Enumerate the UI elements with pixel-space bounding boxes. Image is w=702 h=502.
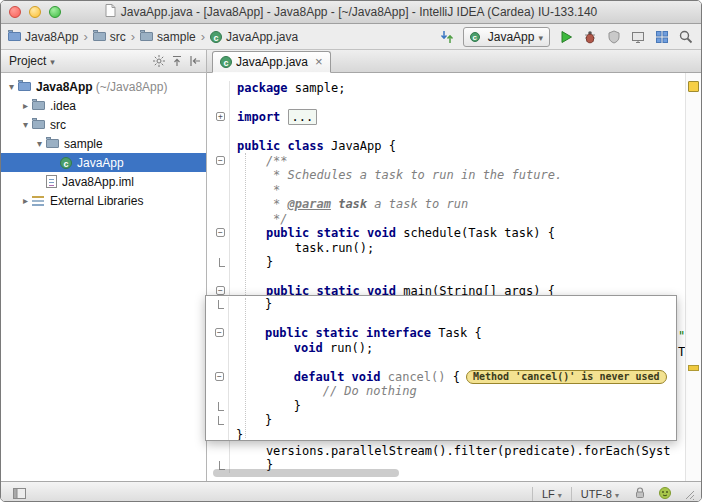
chevron-down-icon[interactable] (50, 54, 55, 68)
error-stripe[interactable] (685, 73, 701, 481)
lock-icon[interactable] (633, 486, 648, 501)
tree-expand-arrow-icon[interactable]: ▾ (33, 138, 46, 149)
tree-item-idea[interactable]: ▸.idea (1, 96, 206, 115)
code-line: public static interface Task { (206, 326, 676, 341)
status-label: UTF-8 (581, 488, 612, 500)
code-line: import ... (207, 110, 686, 125)
tree-expand-arrow-icon[interactable]: ▸ (19, 100, 32, 111)
code-line: package sample; (207, 81, 686, 96)
breadcrumb-separator-icon (131, 29, 135, 44)
resize-grip[interactable] (682, 487, 695, 500)
code-text: * (230, 183, 280, 198)
tab-label: JavaApp.java (236, 55, 308, 69)
tree-item-label: sample (64, 137, 103, 151)
code-text: public static interface Task { (229, 326, 482, 341)
code-text: } (230, 255, 273, 270)
fold-marker-icon[interactable] (206, 326, 229, 341)
breadcrumb-item-sample[interactable]: sample (140, 30, 196, 44)
breadcrumb: Java8AppsrcsampleJavaApp.java (8, 29, 298, 44)
code-text: } (229, 413, 272, 428)
tree-item-java8app[interactable]: ▾Java8App(~/Java8App) (1, 77, 206, 96)
run-config-selector[interactable]: JavaApp (463, 27, 550, 47)
hide-panel-icon[interactable] (188, 54, 202, 68)
gutter-cell (207, 125, 230, 140)
run-button[interactable] (558, 29, 574, 45)
breadcrumb-item-java8app[interactable]: Java8App (8, 30, 78, 44)
tree-item-src[interactable]: ▾src (1, 115, 206, 134)
console-button[interactable] (630, 29, 646, 45)
folder-icon (93, 32, 106, 41)
fold-marker-icon[interactable] (207, 110, 230, 125)
fold-marker-icon[interactable] (206, 370, 229, 385)
folded-code-placeholder[interactable]: ... (288, 109, 318, 125)
gutter-cell (207, 197, 230, 212)
tree-item-sample[interactable]: ▾sample (1, 134, 206, 153)
tree-item-label: Java8App.iml (62, 175, 134, 189)
project-folder-icon (8, 32, 21, 41)
folder-icon (46, 139, 59, 148)
tab-javaapp-java[interactable]: JavaApp.java (212, 51, 331, 73)
code-line (207, 125, 686, 140)
code-line: } (207, 255, 686, 270)
status-utf-8[interactable]: UTF-8 (571, 487, 628, 501)
code-line: } (206, 428, 676, 442)
tree-item-java8app-iml[interactable]: Java8App.iml (1, 172, 206, 191)
code-line: task.run(); (207, 241, 686, 256)
tree-expand-arrow-icon[interactable]: ▸ (19, 195, 32, 206)
code-text: package sample; (230, 81, 345, 96)
inspection-indicator-icon[interactable] (688, 81, 699, 92)
tree-item-label: External Libraries (50, 194, 143, 208)
fold-marker-icon[interactable] (206, 413, 229, 428)
breadcrumb-label: Java8App (25, 30, 78, 44)
code-line (207, 270, 686, 285)
code-line: /** (207, 154, 686, 169)
class-icon (220, 56, 232, 68)
code-text (229, 355, 236, 370)
code-line: * @param task a task to run (207, 197, 686, 212)
tree-expand-arrow-icon[interactable]: ▾ (5, 81, 18, 92)
status-lf[interactable]: LF (532, 487, 571, 501)
gear-icon[interactable] (152, 54, 166, 68)
fold-marker-icon[interactable] (207, 226, 230, 241)
search-icon[interactable] (678, 29, 694, 45)
project-folder-icon (18, 82, 31, 91)
breadcrumb-item-src[interactable]: src (93, 30, 126, 44)
popup-code: } public static interface Task { void ru… (206, 297, 676, 441)
folder-icon (32, 101, 45, 110)
coverage-button[interactable] (606, 29, 622, 45)
project-panel-title[interactable]: Project (9, 54, 46, 68)
folder-icon (32, 120, 45, 129)
grid-button[interactable] (654, 29, 670, 45)
tree-item-label: .idea (50, 99, 76, 113)
debug-button[interactable] (582, 29, 598, 45)
breadcrumb-label: src (110, 30, 126, 44)
status-label: LF (542, 488, 555, 500)
horizontal-scrollbar[interactable] (213, 469, 399, 477)
fold-marker-icon[interactable] (207, 154, 230, 169)
code-text: */ (230, 212, 288, 227)
warning-stripe-mark[interactable] (688, 365, 699, 371)
code-text: void run(); (229, 341, 373, 356)
close-icon[interactable] (315, 57, 323, 67)
vcs-update-icon[interactable] (439, 29, 455, 45)
code-line: } (206, 297, 676, 312)
gutter-cell (207, 183, 230, 198)
fold-marker-icon[interactable] (206, 297, 229, 312)
code-line: // Do nothing (206, 384, 676, 399)
fold-marker-icon[interactable] (206, 399, 229, 414)
breadcrumb-item-javaapp-java[interactable]: JavaApp.java (210, 30, 298, 44)
collapse-all-icon[interactable] (170, 54, 184, 68)
toolwindow-toggle-icon[interactable] (12, 486, 27, 501)
code-text (229, 312, 236, 327)
tree-item-external-libraries[interactable]: ▸External Libraries (1, 191, 206, 210)
code-text: versions.parallelStream().filter(predica… (230, 444, 670, 459)
breadcrumb-label: JavaApp.java (226, 30, 298, 44)
fold-marker-icon[interactable] (207, 255, 230, 270)
tree-item-javaapp[interactable]: JavaApp (1, 153, 206, 172)
code-line: * Schedules a task to run in the future. (207, 168, 686, 183)
library-icon (32, 195, 45, 207)
gutter-cell (207, 241, 230, 256)
code-text: } (229, 428, 243, 442)
tree-expand-arrow-icon[interactable]: ▾ (19, 119, 32, 130)
hector-inspector-icon[interactable] (658, 486, 673, 501)
